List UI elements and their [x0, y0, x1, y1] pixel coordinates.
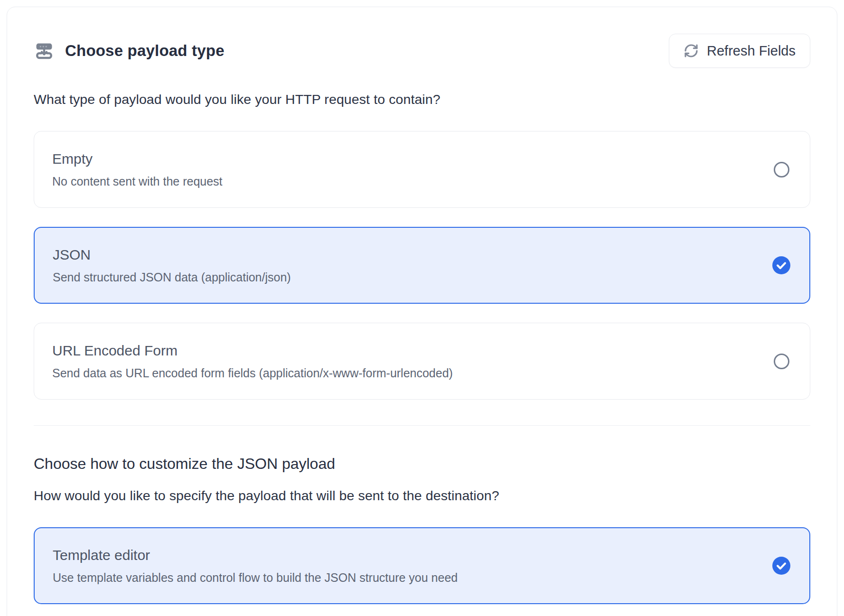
- option-card-empty[interactable]: Empty No content sent with the request: [34, 131, 810, 208]
- option-text-empty: Empty No content sent with the request: [52, 151, 237, 188]
- refresh-fields-button[interactable]: Refresh Fields: [669, 34, 810, 68]
- payload-type-icon: [34, 41, 55, 61]
- radio-circle-icon[interactable]: [774, 354, 789, 369]
- option-card-url-encoded-form[interactable]: URL Encoded Form Send data as URL encode…: [34, 323, 810, 400]
- option-title: JSON: [53, 247, 291, 263]
- payload-type-question: What type of payload would you like your…: [34, 92, 810, 107]
- option-text-template-editor: Template editor Use template variables a…: [53, 547, 472, 585]
- page-title: Choose payload type: [65, 42, 225, 60]
- customize-section-heading: Choose how to customize the JSON payload: [34, 455, 810, 473]
- option-description: No content sent with the request: [52, 175, 223, 188]
- option-text-json: JSON Send structured JSON data (applicat…: [53, 247, 305, 284]
- title-wrap: Choose payload type: [34, 41, 225, 61]
- check-circle-icon[interactable]: [772, 256, 790, 274]
- radio-circle-icon[interactable]: [774, 162, 789, 177]
- payload-settings-card: Choose payload type Refresh Fields What …: [7, 7, 837, 616]
- option-title: Template editor: [53, 547, 458, 563]
- option-card-template-editor[interactable]: Template editor Use template variables a…: [34, 527, 810, 604]
- customize-question: How would you like to specify the payloa…: [34, 488, 810, 504]
- option-description: Send data as URL encoded form fields (ap…: [52, 366, 453, 380]
- refresh-fields-label: Refresh Fields: [707, 43, 796, 59]
- option-title: Empty: [52, 151, 223, 167]
- check-circle-icon[interactable]: [772, 557, 790, 575]
- option-description: Use template variables and control flow …: [53, 571, 458, 585]
- refresh-icon: [684, 43, 699, 58]
- header: Choose payload type Refresh Fields: [34, 34, 810, 68]
- section-divider: [34, 425, 810, 426]
- option-description: Send structured JSON data (application/j…: [53, 271, 291, 284]
- option-card-json[interactable]: JSON Send structured JSON data (applicat…: [34, 227, 810, 304]
- option-title: URL Encoded Form: [52, 343, 453, 359]
- option-text-url-encoded-form: URL Encoded Form Send data as URL encode…: [52, 343, 467, 380]
